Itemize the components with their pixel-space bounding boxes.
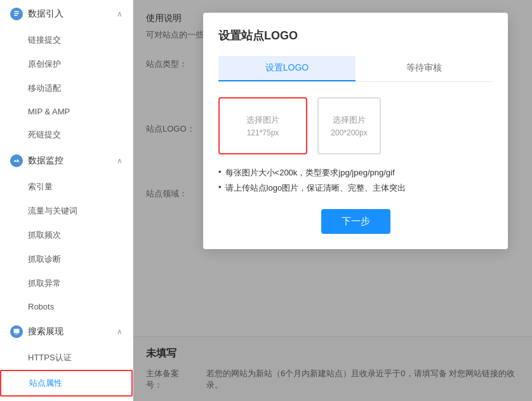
sidebar: 数据引入 ∧ 链接提交 原创保护 移动适配 MIP & AMP 死链提交 数据监… xyxy=(0,0,133,401)
tab-pending-review[interactable]: 等待审核 xyxy=(356,56,493,81)
sidebar-group-label-search-display: 搜索展现 xyxy=(28,326,63,337)
tab-set-logo[interactable]: 设置LOGO xyxy=(218,56,356,81)
dialog-title: 设置站点LOGO xyxy=(218,28,493,43)
sidebar-item-crawl-diagnose[interactable]: 抓取诊断 xyxy=(0,247,133,271)
data-import-icon xyxy=(10,8,23,20)
sidebar-item-index-volume[interactable]: 索引量 xyxy=(0,175,133,199)
chevron-up-icon: ∧ xyxy=(117,10,123,18)
image-box-200-label: 选择图片 xyxy=(333,114,366,126)
search-display-svg xyxy=(13,328,20,336)
note-text-1: 请上传站点logo图片，保证清晰、完整、主体突出 xyxy=(225,182,406,194)
sidebar-item-crawl-exception[interactable]: 抓取异常 xyxy=(0,271,133,296)
note-item-0: • 每张图片大小<200k，类型要求jpg/jpeg/png/gif xyxy=(218,167,493,179)
sidebar-item-https-auth[interactable]: HTTPS认证 xyxy=(0,346,133,370)
sidebar-item-robots[interactable]: Robots xyxy=(0,296,133,318)
image-box-121[interactable]: 选择图片 121*75px xyxy=(218,97,307,154)
sidebar-item-link-submit[interactable]: 链接提交 xyxy=(0,28,133,52)
image-box-121-label: 选择图片 xyxy=(246,114,279,126)
sidebar-group-label-data-import: 数据引入 xyxy=(28,8,63,20)
sidebar-item-original-protection[interactable]: 原创保护 xyxy=(0,52,133,76)
note-item-1: • 请上传站点logo图片，保证清晰、完整、主体突出 xyxy=(218,182,493,194)
sidebar-group-data-monitor: 数据监控 ∧ 索引量 流量与关键词 抓取频次 抓取诊断 抓取异常 Robots xyxy=(0,147,133,318)
sidebar-group-header-data-import[interactable]: 数据引入 ∧ xyxy=(0,0,133,28)
sidebar-item-site-property[interactable]: 站点属性 xyxy=(0,370,133,397)
sidebar-group-data-import: 数据引入 ∧ 链接提交 原创保护 移动适配 MIP & AMP 死链提交 xyxy=(0,0,133,147)
sidebar-group-search-display: 搜索展现 ∧ HTTPS认证 站点属性 xyxy=(0,318,133,397)
note-dot-0: • xyxy=(218,167,222,177)
data-monitor-svg xyxy=(13,157,20,165)
dialog-tabs: 设置LOGO 等待审核 xyxy=(218,56,493,82)
chevron-up-icon-3: ∧ xyxy=(117,327,123,336)
sidebar-item-mip-amp[interactable]: MIP & AMP xyxy=(0,100,133,123)
sidebar-item-flow-keywords[interactable]: 流量与关键词 xyxy=(0,199,133,223)
svg-rect-0 xyxy=(14,329,20,334)
note-dot-1: • xyxy=(218,182,222,192)
sidebar-group-label-data-monitor: 数据监控 xyxy=(28,155,63,167)
sidebar-group-header-data-monitor[interactable]: 数据监控 ∧ xyxy=(0,147,133,175)
main-area: 使用说明 可对站点的一些基 站点类型： 站点LOGO： 站点领域： 未填写 主体… xyxy=(133,0,532,401)
search-display-icon xyxy=(10,325,23,338)
sidebar-item-mobile-adapt[interactable]: 移动适配 xyxy=(0,76,133,100)
chevron-up-icon-2: ∧ xyxy=(117,156,123,165)
image-select-row: 选择图片 121*75px 选择图片 200*200px xyxy=(218,97,493,154)
next-button[interactable]: 下一步 xyxy=(321,209,390,234)
data-monitor-icon xyxy=(10,154,23,167)
sidebar-item-crawl-freq[interactable]: 抓取频次 xyxy=(0,223,133,247)
image-box-121-size: 121*75px xyxy=(247,128,279,137)
image-box-200-size: 200*200px xyxy=(331,128,367,137)
image-box-200-inner: 选择图片 200*200px xyxy=(331,114,367,137)
set-logo-dialog: 设置站点LOGO 设置LOGO 等待审核 选择图片 121*75px 选择图片 … xyxy=(203,13,508,249)
sidebar-group-header-search-display[interactable]: 搜索展现 ∧ xyxy=(0,318,133,346)
image-box-121-inner: 选择图片 121*75px xyxy=(246,114,279,137)
dialog-notes: • 每张图片大小<200k，类型要求jpg/jpeg/png/gif • 请上传… xyxy=(218,167,493,194)
sidebar-item-dead-link[interactable]: 死链提交 xyxy=(0,123,133,147)
note-text-0: 每张图片大小<200k，类型要求jpg/jpeg/png/gif xyxy=(225,167,395,179)
data-import-svg xyxy=(13,10,20,18)
image-box-200[interactable]: 选择图片 200*200px xyxy=(317,97,381,154)
